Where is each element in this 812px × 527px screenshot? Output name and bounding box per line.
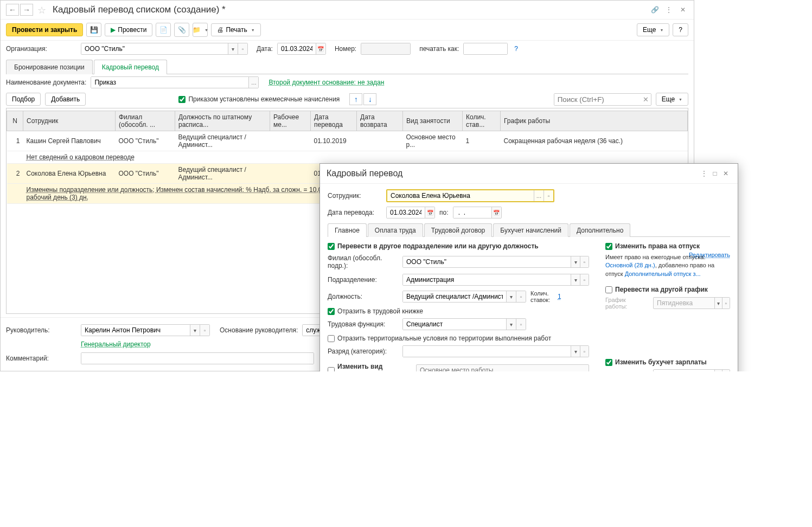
pick-button[interactable]: Подбор [6,93,41,106]
tab-transfer[interactable]: Кадровый перевод [94,60,167,74]
move-down-button[interactable]: ↓ [363,93,376,105]
popup-tab-additional[interactable]: Дополнительно [570,223,630,237]
transfer-date-calendar-icon[interactable]: 📅 [425,207,434,218]
popup-close-icon[interactable]: ✕ [720,168,731,179]
col-schedule[interactable]: График работы [501,111,688,131]
account-open-icon[interactable]: ▫ [722,370,730,371]
branch-dropdown-icon[interactable]: ▾ [571,256,579,267]
attach-button[interactable]: 📎 [174,23,189,37]
popup-tabs: Главное Оплата труда Трудовой договор Бу… [328,223,730,237]
help-button[interactable]: ? [673,23,688,36]
number-input[interactable] [361,43,410,54]
close-icon[interactable]: ✕ [677,4,688,15]
account-dropdown-icon[interactable]: ▾ [714,370,722,371]
popup-tab-main[interactable]: Главное [328,223,367,237]
col-workplace[interactable]: Рабочее ме... [270,111,311,131]
dept-dropdown-icon[interactable]: ▾ [571,274,579,285]
position-input[interactable] [403,291,506,302]
org-input[interactable] [81,43,228,54]
position-open-icon[interactable]: ▫ [516,291,526,302]
vacation-main-link[interactable]: Основной (28 дн.) [605,262,655,268]
favorite-star-icon[interactable]: ☆ [37,4,48,15]
print-as-input[interactable] [464,43,507,54]
doc-name-ellipsis-icon[interactable]: … [248,77,258,88]
comment-input[interactable] [81,353,314,364]
post-button[interactable]: ▶ Провести [105,23,152,36]
transfer-date-input[interactable] [387,207,425,218]
popup-tab-contract[interactable]: Трудовой договор [424,223,492,237]
col-branch[interactable]: Филиал (обособл. ... [116,111,175,131]
save-button[interactable]: 💾 [86,23,101,37]
employment-checkbox[interactable] [328,367,335,372]
vacation-checkbox[interactable] [605,243,612,250]
branch-input[interactable] [403,256,571,267]
col-employee[interactable]: Сотрудник [23,111,116,131]
search-input[interactable] [554,94,641,105]
print-button[interactable]: 🖨 Печать [211,23,260,36]
doc-name-input[interactable] [91,77,248,88]
position-dropdown-icon[interactable]: ▾ [506,291,516,302]
to-date-input[interactable] [453,207,491,218]
transfer-checkbox-row: Перевести в другое подразделение или на … [328,242,589,250]
account-input[interactable] [654,370,714,371]
post-and-close-button[interactable]: Провести и закрыть [6,23,83,36]
rate-link[interactable]: 1 [558,293,561,300]
employee-ellipsis-icon[interactable]: … [534,190,544,201]
col-employment[interactable]: Вид занятости [403,111,463,131]
no-info-link[interactable]: Нет сведений о кадровом переводе [27,153,135,161]
function-dropdown-icon[interactable]: ▾ [506,319,516,330]
popup-tab-payment[interactable]: Оплата труда [368,223,423,237]
clear-search-icon[interactable]: ✕ [641,94,651,105]
more-icon[interactable]: ⋮ [663,4,674,15]
col-n[interactable]: N [7,111,23,131]
vacation-additional-link[interactable]: Дополнительный отпуск з... [625,271,701,277]
dept-open-icon[interactable]: ▫ [580,274,589,285]
category-dropdown-icon[interactable]: ▾ [571,346,579,357]
manager-position-link[interactable]: Генеральный директор [81,340,151,348]
second-doc-link[interactable]: Второй документ основание: не задан [268,79,384,86]
tab-booking[interactable]: Бронирование позиции [6,60,93,74]
move-up-button[interactable]: ↑ [349,93,362,105]
monthly-checkbox[interactable] [178,96,186,103]
reflect-checkbox[interactable] [328,308,335,315]
category-open-icon[interactable]: ▫ [580,346,589,357]
link-icon[interactable]: 🔗 [649,4,660,15]
document-icon-button[interactable]: 📄 [156,23,171,37]
more-table-button[interactable]: Еще [656,93,688,106]
forward-button[interactable]: → [20,4,33,16]
col-return-date[interactable]: Дата возврата [357,111,403,131]
schedule-checkbox[interactable] [605,286,612,293]
add-button[interactable]: Добавить [45,93,86,106]
help-icon[interactable]: ? [514,45,518,53]
function-open-icon[interactable]: ▫ [516,319,526,330]
category-input[interactable] [403,346,571,357]
accounting-checkbox[interactable] [605,359,612,366]
employee-open-icon[interactable]: ▫ [544,190,553,201]
back-button[interactable]: ← [6,4,19,16]
col-rate[interactable]: Колич. став... [463,111,501,131]
popup-tab-accounting[interactable]: Бухучет начислений [493,223,568,237]
date-input[interactable] [278,43,316,54]
category-input-group: ▾ ▫ [402,345,589,357]
employee-input[interactable] [387,190,534,201]
manager-input[interactable] [81,325,190,336]
transfer-checkbox[interactable] [328,243,335,250]
more-button[interactable]: Еще [637,23,669,36]
org-dropdown-icon[interactable]: ▾ [228,43,238,54]
org-open-icon[interactable]: ▫ [238,43,247,54]
col-transfer-date[interactable]: Дата перевода [311,111,357,131]
manager-open-icon[interactable]: ▫ [200,325,209,336]
col-position[interactable]: Должность по штатному расписа... [175,111,270,131]
manager-dropdown-icon[interactable]: ▾ [190,325,200,336]
dept-input[interactable] [403,274,571,285]
territorial-checkbox[interactable] [328,335,335,342]
table-row[interactable]: 1 Кашин Сергей Павлович ООО "Стиль" Веду… [7,131,688,151]
branch-open-icon[interactable]: ▫ [580,256,589,267]
to-date-calendar-icon[interactable]: 📅 [491,207,501,218]
popup-maximize-icon[interactable]: □ [709,168,720,179]
doc-name-input-group: … [91,76,259,88]
folder-button[interactable]: 📁 [193,23,208,37]
calendar-icon[interactable]: 📅 [316,43,325,54]
popup-more-icon[interactable]: ⋮ [699,168,709,179]
function-input[interactable] [403,319,506,330]
